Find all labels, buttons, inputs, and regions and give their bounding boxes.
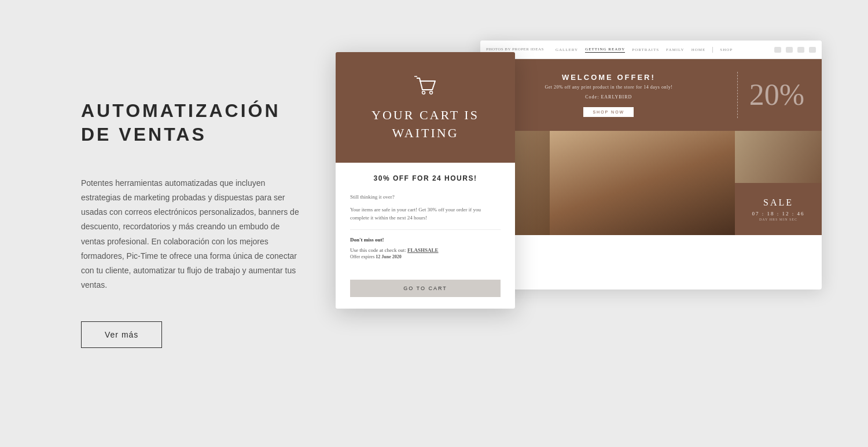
popup-title: YOUR CART IS WAITING <box>347 107 503 142</box>
banner-subtitle: Get 20% off any print product in the sto… <box>492 85 726 90</box>
banner-divider <box>737 72 738 118</box>
go-to-cart-button[interactable]: GO TO CART <box>350 280 501 297</box>
page-wrapper: AUTOMATIZACIÓN DE VENTAS Potentes herram… <box>0 0 868 447</box>
svg-point-0 <box>422 91 425 94</box>
photo-grid: SALE 07 : 18 : 12 : 46 DAY HRS MIN SEC <box>480 131 822 235</box>
nav-gallery[interactable]: GALLERY <box>556 47 578 52</box>
nav-shop[interactable]: SHOP <box>720 47 733 52</box>
nav-portraits[interactable]: PORTRAITS <box>632 47 659 52</box>
banner-percent: 20% <box>749 80 804 110</box>
nav-family[interactable]: FAMILY <box>666 47 685 52</box>
popup-missout: Don't miss out! <box>350 237 501 243</box>
left-column: AUTOMATIZACIÓN DE VENTAS Potentes herram… <box>81 99 324 349</box>
countdown-labels: DAY HRS MIN SEC <box>759 218 797 221</box>
photo-sale-panel: SALE 07 : 18 : 12 : 46 DAY HRS MIN SEC <box>735 183 822 235</box>
popup-expiry: Offer expires 12 June 2020 <box>350 254 501 259</box>
photo-col-2 <box>550 131 735 235</box>
shop-now-button[interactable]: SHOP NOW <box>583 107 634 117</box>
nav-icon-search[interactable] <box>774 47 781 53</box>
welcome-banner: WELCOME OFFER! Get 20% off any print pro… <box>480 59 822 131</box>
ver-mas-button[interactable]: Ver más <box>81 321 162 348</box>
banner-left: WELCOME OFFER! Get 20% off any print pro… <box>492 73 726 117</box>
photo-2 <box>550 131 735 235</box>
browser-nav-bar: PHOTOS BY PROPER IDEAS GALLERY GETTING R… <box>480 41 822 59</box>
photo-3-top <box>735 131 822 183</box>
banner-code: Code: EARLYBIRD <box>492 94 726 100</box>
popup-footer: GO TO CART <box>336 271 515 309</box>
nav-separator <box>712 47 713 53</box>
banner-title: WELCOME OFFER! <box>492 73 726 82</box>
cart-icon <box>347 75 503 98</box>
popup-header: YOUR CART IS WAITING <box>336 52 515 163</box>
nav-links: GALLERY GETTING READY PORTRAITS FAMILY H… <box>556 47 733 53</box>
nav-getting-ready[interactable]: GETTING READY <box>585 47 625 53</box>
popup-body-text: Your items are safe in your cart! Get 30… <box>350 206 501 222</box>
email-popup: YOUR CART IS WAITING 30% OFF FOR 24 HOUR… <box>336 52 515 309</box>
page-title: AUTOMATIZACIÓN DE VENTAS <box>81 99 301 147</box>
popup-separator <box>350 229 501 230</box>
banner-right: 20% <box>749 80 810 110</box>
svg-point-1 <box>430 91 433 94</box>
photo-col-3: SALE 07 : 18 : 12 : 46 DAY HRS MIN SEC <box>735 131 822 235</box>
popup-thinking: Still thinking it over? <box>350 193 501 201</box>
right-column: PHOTOS BY PROPER IDEAS GALLERY GETTING R… <box>324 23 822 424</box>
photo-3 <box>735 131 822 183</box>
popup-offer: 30% OFF FOR 24 HOURS! <box>350 174 501 182</box>
site-name: PHOTOS BY PROPER IDEAS <box>486 47 544 52</box>
countdown-timer: 07 : 18 : 12 : 46 <box>752 211 804 217</box>
nav-icon-user[interactable] <box>809 47 816 53</box>
nav-icon-cart[interactable] <box>797 47 804 53</box>
sale-label: SALE <box>763 197 793 208</box>
description-text: Potentes herramientas automatizadas que … <box>81 176 301 293</box>
nav-icons-group <box>774 47 816 53</box>
browser-window: PHOTOS BY PROPER IDEAS GALLERY GETTING R… <box>480 41 822 290</box>
popup-code-line: Use this code at check out: FLASHSALE <box>350 246 501 254</box>
nav-icon-heart[interactable] <box>786 47 793 53</box>
popup-body: 30% OFF FOR 24 HOURS! Still thinking it … <box>336 163 515 272</box>
nav-home[interactable]: HOME <box>692 47 706 52</box>
